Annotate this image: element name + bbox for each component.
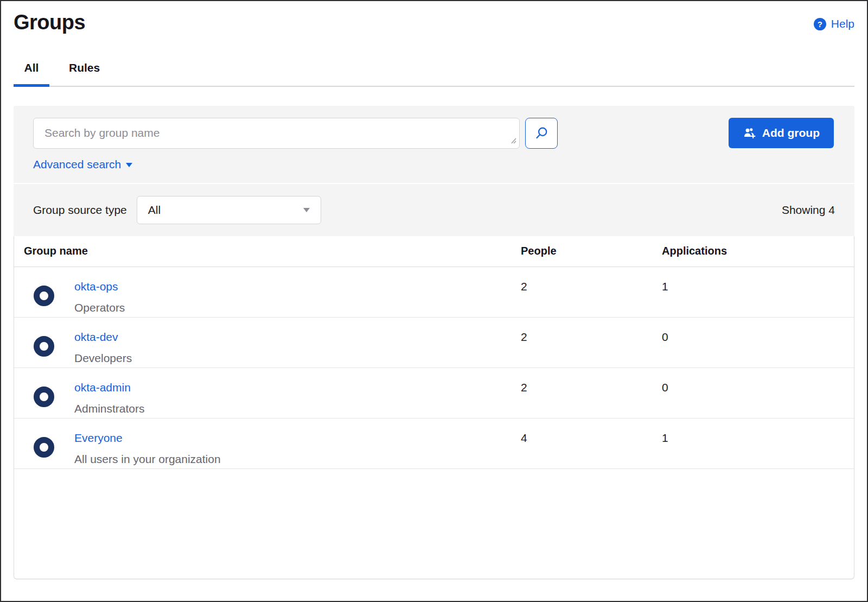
applications-count: 0 <box>652 318 854 368</box>
add-group-label: Add group <box>762 126 820 140</box>
caret-down-icon <box>126 163 132 167</box>
group-description: Developers <box>74 352 132 365</box>
group-source-type-value: All <box>148 204 161 217</box>
column-header-applications: Applications <box>652 236 854 267</box>
people-count: 2 <box>511 318 652 368</box>
group-description: Operators <box>74 301 125 314</box>
table-row: okta-dev Developers 2 0 <box>14 318 854 368</box>
tabs-bar: All Rules <box>14 61 854 87</box>
group-source-type-label: Group source type <box>33 204 127 217</box>
groups-table: Group name People Applications okta-ops … <box>14 236 854 469</box>
search-icon <box>534 126 549 141</box>
group-description: Adminstrators <box>74 402 145 415</box>
applications-count: 1 <box>652 267 854 318</box>
resize-handle-icon <box>509 137 516 144</box>
people-count: 4 <box>511 419 652 469</box>
page-header: Groups ? Help <box>14 1 854 34</box>
column-header-people: People <box>511 236 652 267</box>
group-name-link[interactable]: okta-ops <box>74 280 118 293</box>
people-count: 2 <box>511 368 652 419</box>
advanced-search-link[interactable]: Advanced search <box>33 158 132 171</box>
people-count: 2 <box>511 267 652 318</box>
group-source-type-select[interactable]: All <box>137 196 321 224</box>
groups-page: Groups ? Help All Rules <box>1 1 867 579</box>
applications-count: 1 <box>652 419 854 469</box>
search-input[interactable] <box>33 118 520 149</box>
help-icon: ? <box>814 18 826 30</box>
advanced-search-label: Advanced search <box>33 158 121 171</box>
table-row: Everyone All users in your organization … <box>14 419 854 469</box>
applications-count: 0 <box>652 368 854 419</box>
group-icon <box>34 286 54 306</box>
group-icon <box>34 437 54 458</box>
showing-count: Showing 4 <box>782 204 835 217</box>
help-label: Help <box>831 17 854 30</box>
tab-rules[interactable]: Rules <box>69 61 100 86</box>
search-input-wrap <box>33 118 520 149</box>
tab-all[interactable]: All <box>14 61 49 86</box>
table-row: okta-admin Adminstrators 2 0 <box>14 368 854 419</box>
column-header-group-name: Group name <box>14 236 511 267</box>
help-link[interactable]: ? Help <box>814 17 854 30</box>
dropdown-caret-icon <box>303 208 310 212</box>
search-button[interactable] <box>525 118 558 149</box>
search-panel: Add group Advanced search <box>14 106 854 183</box>
page-title: Groups <box>14 11 85 34</box>
add-group-icon <box>743 126 756 140</box>
add-group-button[interactable]: Add group <box>729 118 834 148</box>
group-name-link[interactable]: okta-admin <box>74 381 131 394</box>
table-row: okta-ops Operators 2 1 <box>14 267 854 318</box>
table-empty-area <box>14 469 854 579</box>
group-name-link[interactable]: Everyone <box>74 432 123 445</box>
group-description: All users in your organization <box>74 453 221 466</box>
table-header-row: Group name People Applications <box>14 236 854 267</box>
group-icon <box>34 336 54 357</box>
groups-table-container: Group name People Applications okta-ops … <box>14 236 854 579</box>
filter-panel: Group source type All Showing 4 <box>14 184 854 236</box>
group-icon <box>34 386 54 407</box>
group-name-link[interactable]: okta-dev <box>74 331 118 344</box>
